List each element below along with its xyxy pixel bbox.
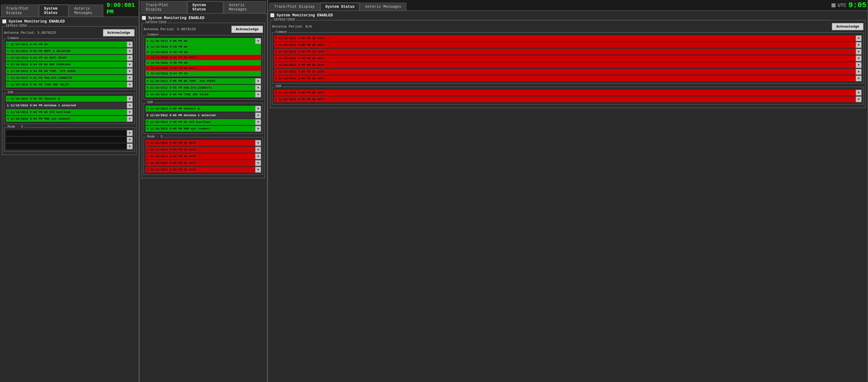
option-3-middle[interactable]: 3 11/16/2012 9:05 PM GO [146,60,261,66]
mode-arrow-0-middle[interactable]: ▼ [255,140,261,146]
ssr-dropdown-2-middle[interactable]: 5 11/16/2012 9:05 PM NO SYS Overload [146,119,255,125]
common-arrow-top-middle[interactable]: ▼ [255,38,261,44]
common-dropdown-1-left[interactable]: 1 11/16/2012 9:04 PM RDPC 2 SELECTED [6,48,127,54]
common-dropdown-6-left[interactable]: 1 11/16/2012 9:04 PM TIME SRC VALID [6,82,127,88]
ssr-dropdown-1-right[interactable]: 2 11/16/2012 9:05 PM NO DATA [274,96,856,102]
common-arrow-1-middle[interactable]: ▼ [255,78,261,84]
mode-arrow-2-left[interactable]: ▼ [127,144,133,149]
common-arrow-3-left[interactable]: ▼ [127,62,133,67]
ssr-arrow-1-left[interactable]: ▼ [127,102,133,109]
monitoring-row-middle: ✓ System Monitoring ENABLED [142,16,265,20]
option-5-middle[interactable]: 1 11/16/2012 9:04 PM GO [146,71,261,76]
common-arrow-4-left[interactable]: ▼ [127,68,133,74]
common-arrow-0-right[interactable]: ▼ [856,35,862,41]
ssr-arrow-1-right[interactable]: ▼ [856,96,862,102]
mode-arrow-1-middle[interactable]: ▼ [255,147,261,153]
ssr-arrow-0-right[interactable]: ▼ [856,90,862,95]
acknowledge-button-right[interactable]: Acknowledge [832,23,864,30]
option-0-middle[interactable]: 5 11/16/2012 9:05 PM GO [146,44,261,50]
ssr-arrow-2-middle[interactable]: ▼ [255,119,261,125]
option-4-middle[interactable]: 4 11/16/2012 9:05 PM NO DATA [146,66,261,71]
common-arrow-2-middle[interactable]: ▼ [255,85,261,91]
common-arrow-6-right[interactable]: ▼ [856,76,862,81]
tab-track-plot-left[interactable]: Track/Plot Display [1,4,38,17]
tab-bar-middle: Track/Plot Display System Status Asterix… [140,0,267,13]
mode-arrow-4-middle[interactable]: ▼ [255,167,261,173]
utc-checkbox[interactable] [832,3,835,7]
tab-asterix-left[interactable]: Asterix Messages [69,4,103,17]
ssr-arrow-1-middle[interactable]: ▼ [255,112,261,118]
option-2-middle[interactable]: 4 11/16/2012 9:05 PM NO DATA [146,55,261,60]
mode-arrow-1-left[interactable]: ▼ [127,137,133,143]
common-dropdown-6-right[interactable]: 2 11/16/2012 9:05 PM NO DATA [274,76,856,81]
mode-dropdown-2-left[interactable] [6,144,127,149]
ssr-dropdown-1-left[interactable]: 1 11/16/2012 9:04 PM Antenna 1 selected [6,102,127,109]
common-dropdown-1-right[interactable]: 2 11/16/2012 9:05 PM NO DATA [274,42,856,48]
common-dropdown-3-middle[interactable]: 5 11/16/2012 9:05 PM TIME SRC VALID [146,92,255,97]
tab-track-plot-right[interactable]: Track/Plot Display [269,3,320,10]
ssr-dropdown-0-middle[interactable]: 5 11/16/2012 9:05 PM Channel B [146,106,255,112]
mode-dropdown-1-left[interactable] [6,137,127,143]
ssr-arrow-0-left[interactable]: ▼ [127,96,133,102]
tab-asterix-middle[interactable]: Asterix Messages [224,1,266,13]
mode-dropdown-3-middle[interactable]: 2 11/16/2012 9:05 PM NO DATA [146,160,255,166]
common-arrow-3-right[interactable]: ▼ [856,55,862,61]
acknowledge-button-middle[interactable]: Acknowledge [231,26,263,33]
mode-arrow-0-left[interactable]: ▼ [127,130,133,136]
mode-dropdown-0-middle[interactable]: 2 11/16/2012 9:05 PM NO DATA [146,140,255,146]
common-dropdown-0-left[interactable]: 1 11/16/2012 9:04 PM GO [6,41,127,48]
common-dropdown-1-middle[interactable]: 5 11/16/2012 9:05 PM NO TXMT. SYS OVERI [146,78,255,84]
common-arrow-2-right[interactable]: ▼ [856,49,862,55]
common-dropdown-0-right[interactable]: 2 11/16/2012 9:05 PM NO DATA [274,35,856,41]
ssr-dropdown-3-middle[interactable]: 5 11/16/2012 9:05 PM MON sys connect [146,126,255,132]
ssr-dropdown-3-left[interactable]: 4 11/16/2012 9:04 PM MON sys connect [6,116,127,122]
common-arrow-1-right[interactable]: ▼ [856,42,862,48]
common-arrow-5-left[interactable]: ▼ [127,75,133,81]
monitoring-checkbox-left[interactable]: ✓ [2,19,6,24]
ssr-dropdown-0-left[interactable]: 1 11/16/2012 9:04 PM Channel B [6,96,127,102]
ssr-arrow-2-left[interactable]: ▼ [127,109,133,115]
common-arrow-5-right[interactable]: ▼ [856,69,862,75]
mode-dropdown-2-middle[interactable]: 2 11/16/2012 9:05 PM NO DATA [146,153,255,159]
monitoring-checkbox-middle[interactable]: ✓ [142,16,146,20]
common-dropdown-3-right[interactable]: 2 11/16/2012 9:05 PM NO DATA [274,55,856,61]
common-dropdown-top-middle[interactable]: 5 11/16/2012 9:05 PM GO [146,38,255,44]
common-dropdown-3-left[interactable]: 4 11/16/2012 9:04 PM NO RDP OVERLOAD [6,62,127,67]
option-1-middle[interactable]: 5 11/16/2012 9:05 PM GO [146,50,261,55]
common-item-4-left: 1 11/16/2012 9:04 PM NO TXMT. SYS OVERI … [6,68,133,74]
common-arrow-3-middle[interactable]: ▼ [255,92,261,97]
common-arrow-6-left[interactable]: ▼ [127,82,133,88]
ssr-dropdown-0-right[interactable]: 2 11/16/2012 9:05 PM NO DATA [274,90,856,95]
ssr-dropdown-2-left[interactable]: 1 11/16/2012 9:04 PM NO SYS Overload [6,109,127,115]
ssr-arrow-0-middle[interactable]: ▼ [255,106,261,112]
common-dropdown-2-right[interactable]: 2 11/16/2012 9:05 PM NO DATA [274,49,856,55]
mode-dropdown-4-middle[interactable]: 2 11/16/2012 9:05 PM NO DATA [146,167,255,173]
common-arrow-2-left[interactable]: ▼ [127,55,133,61]
tab-system-status-right[interactable]: System Status [320,3,360,10]
acknowledge-button-left[interactable]: Acknowledge [103,29,134,36]
tab-asterix-right[interactable]: Asterix Messages [360,3,406,10]
monitoring-checkbox-right[interactable]: ✓ [270,13,274,18]
ssr-arrow-3-middle[interactable]: ▼ [255,126,261,132]
mode-item-3-middle: 2 11/16/2012 9:05 PM NO DATA ▼ [146,160,261,166]
common-dropdown-5-right[interactable]: 2 11/16/2012 9:05 PM NO DATA [274,69,856,75]
common-dropdown-4-left[interactable]: 1 11/16/2012 9:04 PM NO TXMT. SYS OVERI [6,68,127,74]
ssr-arrow-3-left[interactable]: ▼ [127,116,133,122]
mode-arrow-2-middle[interactable]: ▼ [255,153,261,159]
common-dropdown-2-left[interactable]: 1 11/16/2012 9:04 PM NO RDPC RESET [6,55,127,61]
common-dropdown-4-right[interactable]: 2 11/16/2012 9:05 PM NO DATA [274,62,856,68]
tab-system-status-middle[interactable]: System Status [187,1,223,13]
common-section-middle: Common 5 11/16/2012 9:05 PM GO ▼ 5 11/16… [144,35,263,99]
ssr-dropdown-1-middle[interactable]: 5 11/16/2012 9:05 PM Antenna 1 selected [146,112,255,118]
tab-track-plot-middle[interactable]: Track/Plot Display [141,1,187,13]
common-arrow-4-right[interactable]: ▼ [856,62,862,68]
common-arrow-0-left[interactable]: ▼ [127,41,133,48]
common-dropdown-2-middle[interactable]: 5 11/16/2012 9:05 PM MON_SYS_CONNECTI [146,85,255,91]
mode-dropdown-1-middle[interactable]: 2 11/16/2012 9:05 PM NO DATA [146,147,255,153]
common-arrow-1-left[interactable]: ▼ [127,48,133,54]
mode-arrow-3-middle[interactable]: ▼ [255,160,261,166]
common-dropdown-5-left[interactable]: 1 11/16/2012 9:04 PM MON_SYS_CONNECTE [6,75,127,81]
mode-dropdown-0-left[interactable] [6,130,127,136]
ssr-item-0-right: 2 11/16/2012 9:05 PM NO DATA ▼ [274,90,862,95]
tab-system-status-left[interactable]: System Status [39,4,68,17]
